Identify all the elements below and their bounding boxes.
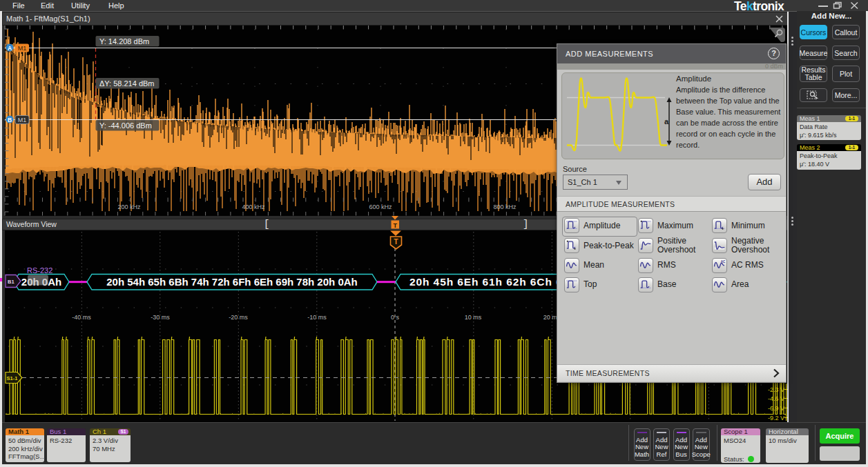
svg-text:0 s: 0 s bbox=[391, 314, 400, 321]
svg-text:RS-232: RS-232 bbox=[27, 266, 52, 275]
svg-text:T: T bbox=[393, 222, 397, 229]
svg-text:-10 ms: -10 ms bbox=[307, 314, 327, 321]
svg-text:AC: AC bbox=[721, 259, 726, 263]
svg-text:T: T bbox=[394, 237, 398, 246]
svg-text:20h 54h 65h 6Bh 74h 72h 6Fh 6E: 20h 54h 65h 6Bh 74h 72h 6Fh 6Eh 69h 78h … bbox=[106, 276, 357, 288]
svg-text:-6.9 V: -6.9 V bbox=[768, 405, 784, 412]
svg-text:B1: B1 bbox=[8, 279, 15, 285]
svg-text:-4.6 V: -4.6 V bbox=[768, 395, 784, 402]
svg-text:a: a bbox=[664, 117, 669, 126]
svg-text:10 ms: 10 ms bbox=[465, 314, 482, 321]
svg-text:-9.2 V: -9.2 V bbox=[768, 415, 784, 421]
svg-text:-20 ms: -20 ms bbox=[229, 314, 248, 321]
svg-text:-40 ms: -40 ms bbox=[72, 314, 91, 321]
svg-text:S1-1: S1-1 bbox=[7, 375, 18, 381]
svg-text:-30 ms: -30 ms bbox=[151, 314, 170, 321]
svg-text:-2.3 V: -2.3 V bbox=[768, 386, 784, 393]
